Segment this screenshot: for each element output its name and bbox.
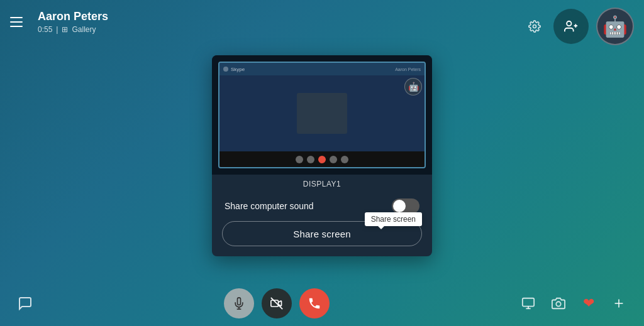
mini-ctrl-more1 <box>330 156 337 163</box>
svg-point-11 <box>556 302 560 306</box>
microphone-icon <box>233 297 245 310</box>
gallery-label: Gallery <box>72 25 96 34</box>
video-icon <box>270 297 283 310</box>
mini-skype-window: Skype Aaron Peters 🤖 <box>218 62 426 168</box>
call-timer: 0:55 <box>38 25 52 34</box>
end-call-icon <box>308 296 321 310</box>
camera-button[interactable] <box>548 293 569 313</box>
call-meta: 0:55 | ⊞ Gallery <box>38 25 634 34</box>
share-screen-panel: Skype Aaron Peters 🤖 DISPLAY1 Share comp… <box>212 55 432 256</box>
bottom-left-controls <box>15 293 35 313</box>
chat-icon <box>18 296 33 311</box>
bottom-right-controls: ❤ <box>518 293 629 313</box>
svg-line-6 <box>271 298 282 309</box>
mini-skype-body: 🤖 <box>219 75 425 151</box>
screen-share-icon <box>521 296 535 310</box>
header: Aaron Peters 0:55 | ⊞ Gallery <box>0 0 644 44</box>
mini-name: Aaron Peters <box>395 67 421 72</box>
microphone-button[interactable] <box>224 288 254 318</box>
share-screen-wrap: Share screen Share screen <box>212 221 432 256</box>
mini-header-text: Skype <box>231 67 245 72</box>
screen-share-button[interactable] <box>518 293 538 313</box>
call-info: Aaron Peters 0:55 | ⊞ Gallery <box>38 10 634 34</box>
sound-toggle[interactable] <box>392 198 419 214</box>
more-button[interactable] <box>609 293 629 313</box>
mini-ctrl-end <box>318 156 326 163</box>
gallery-icon-sm: ⊞ <box>62 25 68 34</box>
menu-button[interactable] <box>10 12 30 32</box>
bottom-toolbar: ❤ <box>0 281 644 326</box>
heart-button[interactable]: ❤ <box>579 293 599 313</box>
mini-close-dot <box>223 67 228 72</box>
sound-toggle-label: Share computer sound <box>225 201 314 211</box>
end-call-button[interactable] <box>299 288 330 318</box>
video-button[interactable] <box>262 288 292 318</box>
share-screen-tooltip: Share screen <box>365 212 422 226</box>
bottom-center-controls <box>224 288 330 318</box>
mini-skype-header: Skype Aaron Peters <box>219 63 425 75</box>
mini-bottom-controls <box>219 151 425 167</box>
more-icon <box>612 296 626 310</box>
svg-rect-8 <box>523 298 534 307</box>
chat-button[interactable] <box>15 293 35 313</box>
screen-preview: Skype Aaron Peters 🤖 <box>212 55 432 175</box>
meta-separator: | <box>56 25 58 34</box>
camera-icon <box>552 296 565 310</box>
mini-avatar: 🤖 <box>404 78 422 95</box>
mini-ctrl-video <box>307 156 314 163</box>
mini-ctrl-mic <box>296 156 303 163</box>
mini-video-box <box>297 93 347 134</box>
mini-ctrl-more2 <box>341 156 348 163</box>
call-name: Aaron Peters <box>38 10 634 24</box>
display-label: DISPLAY1 <box>212 175 432 192</box>
